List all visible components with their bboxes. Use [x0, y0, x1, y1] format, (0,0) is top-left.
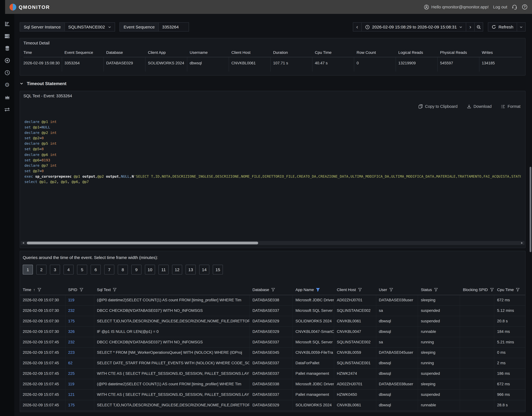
filter-icon[interactable]	[389, 288, 393, 292]
cell-spid[interactable]: 225	[65, 369, 94, 379]
cell-database: DATABASE037	[250, 358, 293, 369]
column-header-time[interactable]: Time↑	[20, 288, 65, 292]
filter-icon[interactable]	[79, 288, 83, 292]
filter-icon[interactable]	[389, 288, 393, 292]
brand[interactable]: QMONITOR	[10, 3, 50, 10]
cell-spid[interactable]: 121	[65, 390, 94, 400]
horizontal-scrollbar[interactable]	[21, 241, 524, 245]
horizontal-scrollbar-thumb[interactable]	[27, 242, 258, 244]
download-button[interactable]: Download	[467, 104, 492, 109]
timeout-statement-section-toggle[interactable]: Timeout Statement	[20, 81, 66, 86]
column-header-blocking-spid[interactable]: Blocking SPID	[460, 288, 494, 292]
time-shift-forward-button[interactable]: ›	[466, 22, 475, 32]
cell-spid[interactable]: 175	[65, 316, 94, 326]
record-icon[interactable]	[4, 58, 10, 63]
cell-spid[interactable]: 223	[65, 348, 94, 358]
minute-button-4[interactable]: 4	[63, 265, 74, 274]
filter-icon[interactable]	[113, 288, 117, 292]
minute-button-15[interactable]: 15	[213, 265, 223, 274]
time-shift-back-button[interactable]: ‹	[353, 22, 362, 32]
filter-icon[interactable]	[316, 288, 320, 292]
column-header-status[interactable]: Status	[418, 288, 460, 292]
refresh-interval-dropdown[interactable]	[517, 22, 526, 32]
filter-icon[interactable]	[358, 288, 362, 292]
minute-button-12[interactable]: 12	[172, 265, 182, 274]
event-sequence-input[interactable]: 3353264	[159, 22, 189, 32]
zoom-out-time-button[interactable]	[475, 22, 483, 32]
cell-sql-text: (@P0 datetime2)SELECT COUNT(1) AS count …	[94, 295, 250, 305]
minute-button-14[interactable]: 14	[199, 265, 209, 274]
cell-spid[interactable]: 232	[65, 306, 94, 316]
database-icon[interactable]	[4, 46, 10, 51]
filter-icon[interactable]	[434, 288, 438, 292]
filter-icon[interactable]	[358, 288, 362, 292]
column-header-spid[interactable]: SPID	[65, 288, 94, 292]
cell-spid[interactable]: 232	[65, 337, 94, 347]
cell-spid[interactable]: 62	[65, 358, 94, 369]
copy-to-clipboard-button[interactable]: Copy to Clipboard	[418, 104, 458, 109]
minute-button-13[interactable]: 13	[186, 265, 196, 274]
gear-icon[interactable]: ⚙︎	[4, 82, 10, 88]
minute-button-3[interactable]: 3	[50, 265, 60, 274]
crown-icon[interactable]	[4, 94, 10, 100]
instance-filter-group: Sql Server Instance SQLINSTANCE002	[20, 22, 115, 32]
column-header-app-name[interactable]: App Name	[293, 288, 334, 292]
scroll-left-arrow-icon[interactable]	[22, 242, 24, 244]
filter-icon[interactable]	[516, 288, 520, 292]
cell-blocking-spid	[460, 337, 494, 347]
minute-button-8[interactable]: 8	[118, 265, 128, 274]
active-filter-icon[interactable]	[316, 288, 320, 292]
filter-icon[interactable]	[79, 288, 83, 292]
refresh-button[interactable]: Refresh	[488, 22, 517, 32]
help-icon[interactable]: ?	[522, 4, 528, 10]
support-headset-icon[interactable]	[512, 4, 517, 10]
minute-button-6[interactable]: 6	[90, 265, 101, 274]
filter-icon[interactable]	[490, 288, 494, 292]
sql-code-line: declare @p2 int	[24, 130, 521, 135]
cell-cpu-time: 5.21 mins	[494, 337, 525, 347]
minute-button-11[interactable]: 11	[158, 265, 169, 274]
servers-icon[interactable]	[4, 33, 10, 39]
filter-icon[interactable]	[271, 288, 275, 292]
filter-icon[interactable]	[113, 288, 117, 292]
column-header-client-host[interactable]: Client Host	[334, 288, 376, 292]
column-header-cpu-time[interactable]: Cpu Time	[494, 288, 525, 292]
cell-sql-text: DBCC CHECKDB(N'DATABASE037') WITH NO_INF…	[94, 306, 250, 316]
scroll-right-arrow-icon[interactable]	[521, 242, 523, 244]
minute-button-7[interactable]: 7	[104, 265, 114, 274]
instance-select[interactable]: SQLINSTANCE002	[65, 22, 115, 32]
minute-button-1[interactable]: 1	[23, 265, 33, 274]
cell-spid[interactable]: 326	[65, 327, 94, 337]
transfer-arrows-icon[interactable]	[4, 106, 10, 112]
column-header-database[interactable]: Database	[250, 288, 293, 292]
cell-user: DATABASE038user	[376, 295, 418, 305]
cell-user: dbwsql	[376, 400, 418, 411]
logout-link[interactable]: Log out	[493, 5, 507, 9]
detail-column-database: Database	[103, 50, 145, 55]
column-header-user[interactable]: User	[376, 288, 418, 292]
filter-icon[interactable]	[37, 288, 41, 292]
filter-icon[interactable]	[490, 288, 494, 292]
format-button[interactable]: Format	[501, 104, 521, 109]
filter-icon[interactable]	[434, 288, 438, 292]
cell-status: suspended	[418, 316, 460, 326]
time-range-picker[interactable]: 2026-02-09 15:08:29 to 2026-02-09 15:08:…	[362, 22, 466, 32]
minute-button-9[interactable]: 9	[131, 265, 141, 274]
sql-code-block[interactable]: declare @p1 intset @p1=NULLdeclare @p2 i…	[24, 119, 521, 240]
cell-database: DATABASE045	[250, 348, 293, 358]
cell-spid[interactable]: 119	[65, 379, 94, 389]
page-scrollbar-thumb[interactable]	[530, 167, 531, 252]
detail-cell-physical-reads: 545597	[437, 57, 479, 72]
filter-icon[interactable]	[516, 288, 520, 292]
cell-user: dbwsql	[376, 358, 418, 369]
cell-spid[interactable]: 119	[65, 295, 94, 305]
minute-button-2[interactable]: 2	[36, 265, 47, 274]
filter-icon[interactable]	[271, 288, 275, 292]
minute-button-5[interactable]: 5	[77, 265, 87, 274]
column-header-sql-text[interactable]: Sql Text	[94, 288, 250, 292]
clock-icon[interactable]	[4, 70, 10, 76]
minute-button-10[interactable]: 10	[145, 265, 155, 274]
filter-icon[interactable]	[37, 288, 41, 292]
bar-chart-icon[interactable]	[4, 21, 10, 27]
cell-spid[interactable]: 175	[65, 400, 94, 411]
